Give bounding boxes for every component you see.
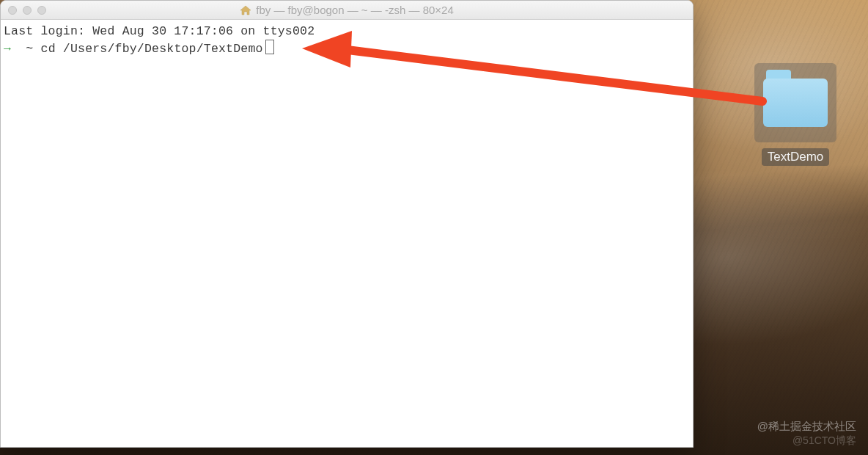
folder-selection-highlight <box>754 63 836 142</box>
watermarks: @稀土掘金技术社区 @51CTO博客 <box>757 419 856 448</box>
window-title-text: fby — fby@bogon — ~ — -zsh — 80×24 <box>256 4 454 16</box>
terminal-window[interactable]: fby — fby@bogon — ~ — -zsh — 80×24 Last … <box>0 0 694 448</box>
prompt-cwd: ~ <box>26 42 33 56</box>
desktop-folder-textdemo[interactable]: TextDemo <box>752 63 839 166</box>
command-text: cd /Users/fby/Desktop/TextDemo <box>41 42 263 56</box>
watermark-line2: @51CTO博客 <box>757 434 856 448</box>
watermark-line1: @稀土掘金技术社区 <box>757 419 856 434</box>
window-titlebar[interactable]: fby — fby@bogon — ~ — -zsh — 80×24 <box>1 1 693 20</box>
terminal-body[interactable]: Last login: Wed Aug 30 17:17:06 on ttys0… <box>1 20 693 447</box>
prompt-arrow: → <box>4 42 11 56</box>
last-login-line: Last login: Wed Aug 30 17:17:06 on ttys0… <box>4 24 315 38</box>
terminal-cursor <box>266 40 273 54</box>
window-title: fby — fby@bogon — ~ — -zsh — 80×24 <box>1 4 693 16</box>
folder-label: TextDemo <box>762 148 830 166</box>
folder-icon <box>763 79 828 127</box>
home-icon <box>240 5 251 15</box>
